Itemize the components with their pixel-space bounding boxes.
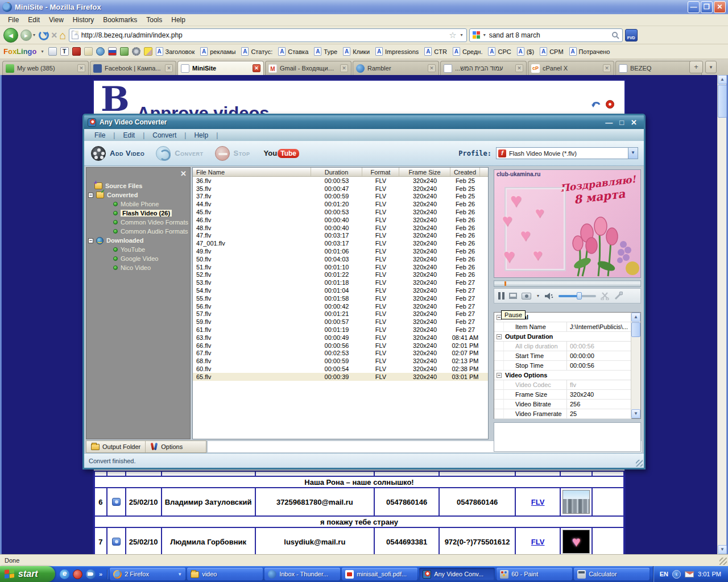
- campaign-stat-button[interactable]: Ставка: [278, 47, 308, 56]
- browser-tab[interactable]: My web (385) ✕: [2, 61, 89, 75]
- property-section-header[interactable]: − Output Duration: [494, 332, 631, 342]
- search-box[interactable]: ▾: [469, 28, 623, 42]
- campaign-stat-button[interactable]: Статус:: [241, 47, 272, 56]
- campaign-stat-button[interactable]: Средн.: [453, 47, 483, 56]
- avc-resize-grip[interactable]: [636, 460, 643, 467]
- profile-dropdown-icon[interactable]: ▼: [628, 148, 638, 159]
- browser-tab[interactable]: Rambler ✕: [353, 61, 439, 75]
- campaign-stat-button[interactable]: ($): [517, 47, 534, 56]
- taskbar-button[interactable]: Inbox - Thunder...: [264, 568, 340, 580]
- campaign-stat-button[interactable]: CTR: [424, 47, 447, 56]
- clip-scissors-icon[interactable]: [601, 292, 609, 300]
- taskbar-button[interactable]: minisait_sofi.pdf...: [342, 568, 417, 580]
- file-row[interactable]: 54.flv 00:01:04 FLV 320x240 Feb 27: [193, 286, 488, 294]
- menu-item[interactable]: File: [3, 15, 23, 25]
- opera-icon[interactable]: [73, 569, 82, 579]
- file-row[interactable]: 66.flv 00:00:56 FLV 320x240 02:01 PM: [193, 342, 488, 350]
- file-list-header[interactable]: File Name Duration Format Frame Size Cre…: [193, 168, 488, 177]
- file-row[interactable]: 59.flv 00:00:57 FLV 320x240 Feb 27: [193, 318, 488, 326]
- home-button[interactable]: ⌂: [60, 30, 67, 41]
- resize-grip[interactable]: [719, 558, 727, 565]
- avc-minimize-button[interactable]: —: [605, 118, 613, 127]
- speaker-icon[interactable]: [545, 292, 554, 300]
- prop-scrollbar-thumb[interactable]: [631, 322, 640, 337]
- file-row[interactable]: 37.flv 00:00:59 FLV 320x240 Feb 25: [193, 193, 488, 201]
- scroll-up-icon[interactable]: ▲: [718, 75, 727, 84]
- file-row[interactable]: 65.flv 00:00:39 FLV 320x240 03:01 PM: [193, 373, 488, 381]
- search-input[interactable]: [489, 31, 609, 39]
- property-value[interactable]: 00:00:56: [567, 343, 631, 350]
- file-row[interactable]: 52.flv 00:01:22 FLV 320x240 Feb 26: [193, 271, 488, 279]
- seek-bar[interactable]: [494, 280, 641, 287]
- file-row[interactable]: 63.flv 00:00:49 FLV 320x240 08:41 AM: [193, 334, 488, 342]
- start-button[interactable]: start: [0, 566, 55, 582]
- video-thumbnail[interactable]: [562, 530, 590, 554]
- translate-globe-icon[interactable]: [96, 47, 105, 56]
- pause-button[interactable]: [498, 292, 504, 300]
- video-thumbnail[interactable]: [562, 490, 590, 514]
- col-format[interactable]: Format: [362, 168, 399, 176]
- tree-item[interactable]: Common Audio Formats: [86, 227, 190, 236]
- avc-titlebar[interactable]: Any Video Converter — □ ✕: [84, 115, 644, 129]
- taskbar-button[interactable]: Any Video Conv...: [419, 568, 495, 580]
- avc-menu-item[interactable]: Edit: [123, 131, 152, 139]
- browser-tab[interactable]: Facebook | Кампа... ✕: [90, 61, 176, 75]
- property-value[interactable]: 256: [567, 401, 631, 408]
- video-file-icon[interactable]: [112, 498, 121, 506]
- profile-select[interactable]: f Flash Video Movie (*.flv) ▼: [496, 147, 638, 159]
- search-magnifier-icon[interactable]: [611, 31, 619, 39]
- mail-tray-icon[interactable]: [685, 571, 694, 577]
- snapshot-camera-icon[interactable]: [522, 293, 531, 300]
- tree-item[interactable]: YouTube: [86, 245, 190, 254]
- file-row[interactable]: 45.flv 00:00:53 FLV 320x240 Feb 26: [193, 208, 488, 216]
- youtube-button[interactable]: You Tube: [264, 149, 299, 158]
- taskbar-button[interactable]: Calculator: [574, 568, 650, 580]
- clock[interactable]: 3:01 PM: [698, 571, 721, 577]
- text-tool-icon[interactable]: T: [60, 47, 69, 56]
- file-row[interactable]: 44.flv 00:01:20 FLV 320x240 Feb 26: [193, 200, 488, 208]
- avc-menu-item[interactable]: Convert: [152, 131, 194, 139]
- tree-item[interactable]: − Downloaded: [86, 236, 190, 245]
- file-row[interactable]: 47_001.flv 00:03:17 FLV 320x240 Feb 26: [193, 239, 488, 247]
- property-row[interactable]: Video Bitrate 256: [494, 400, 631, 409]
- browser-tab[interactable]: ...עמוד הבית המש ✕: [440, 61, 527, 75]
- prop-scroll-down-icon[interactable]: ▼: [631, 409, 640, 418]
- options-button[interactable]: Options: [145, 441, 187, 452]
- snapshot-dropdown-icon[interactable]: ▾: [536, 293, 540, 298]
- browser-tab[interactable]: Gmail - Входящие ... ✕: [265, 61, 351, 75]
- tree-item[interactable]: Flash Video (26): [86, 209, 190, 218]
- bookmark-star-icon[interactable]: ☆: [449, 30, 456, 40]
- menu-item[interactable]: Help: [167, 15, 190, 25]
- file-row[interactable]: 61.flv 00:01:19 FLV 320x240 Feb 27: [193, 326, 488, 334]
- language-indicator[interactable]: EN: [660, 571, 668, 577]
- col-file-name[interactable]: File Name: [193, 168, 311, 176]
- list-all-tabs-button[interactable]: ▾: [705, 61, 717, 73]
- tab-close-icon[interactable]: ✕: [515, 64, 523, 72]
- logout-icon[interactable]: [606, 100, 614, 109]
- campaign-stat-button[interactable]: Клики: [343, 47, 370, 56]
- menu-item[interactable]: Edit: [23, 15, 44, 25]
- taskbar-button[interactable]: 2 Firefox ▼: [110, 568, 185, 580]
- campaign-stat-button[interactable]: Type: [314, 47, 337, 56]
- google-search-icon[interactable]: [473, 31, 480, 39]
- taskbar-button[interactable]: video: [187, 568, 263, 580]
- undo-icon[interactable]: [592, 100, 601, 109]
- maximize-button[interactable]: ❐: [701, 1, 713, 13]
- new-tab-button[interactable]: +: [689, 61, 703, 73]
- menu-item[interactable]: Tools: [142, 15, 167, 25]
- col-created[interactable]: Created: [450, 168, 480, 176]
- tab-close-icon[interactable]: ✕: [603, 64, 611, 72]
- file-row[interactable]: 57.flv 00:01:21 FLV 320x240 Feb 27: [193, 310, 488, 318]
- file-row[interactable]: 56.flv 00:00:42 FLV 320x240 Feb 27: [193, 302, 488, 310]
- property-row[interactable]: Stop Time 00:00:56: [494, 361, 631, 371]
- search-engine-dropdown-icon[interactable]: ▾: [482, 32, 487, 38]
- table-tool-icon[interactable]: [48, 47, 57, 56]
- file-row[interactable]: 35.flv 00:00:47 FLV 320x240 Feb 25: [193, 185, 488, 193]
- file-row[interactable]: 36.flv 00:00:53 FLV 320x240 Feb 25: [193, 177, 488, 185]
- file-row[interactable]: 60.flv 00:00:54 FLV 320x240 02:38 PM: [193, 365, 488, 373]
- scroll-down-icon[interactable]: ▼: [718, 545, 727, 554]
- address-bar[interactable]: ☆ ▾: [69, 28, 467, 42]
- tree-collapse-icon[interactable]: −: [88, 193, 93, 198]
- tree-item[interactable]: Mobile Phone: [86, 199, 190, 209]
- property-value[interactable]: J:\Internet\Publicis\...: [567, 323, 631, 330]
